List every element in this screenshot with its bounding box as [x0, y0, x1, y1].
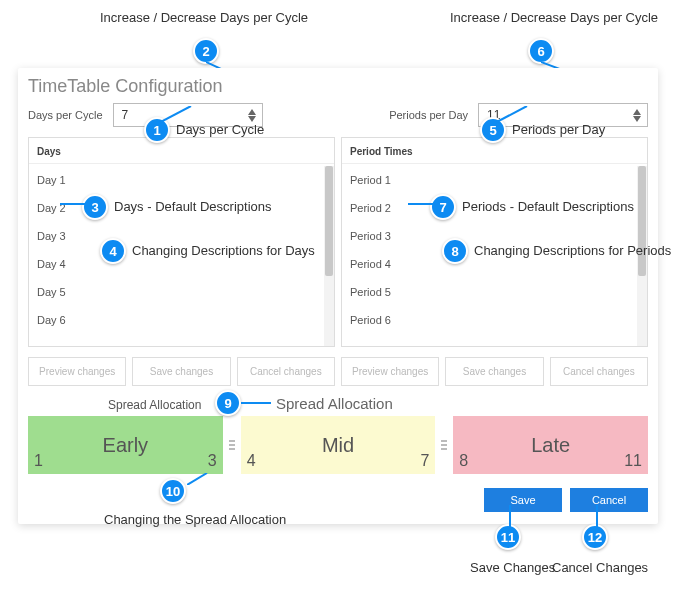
chevron-up-icon[interactable]: [633, 109, 641, 115]
annotation-bubble-11: 11: [495, 524, 521, 550]
spread-segment-late: Late 8 11: [453, 416, 648, 474]
preview-changes-button[interactable]: Preview changes: [341, 357, 439, 386]
list-item[interactable]: Period 4: [342, 250, 637, 278]
list-item[interactable]: Period 2: [342, 194, 637, 222]
segment-from: 1: [34, 452, 43, 470]
chevron-down-icon[interactable]: [633, 116, 641, 122]
spread-grip[interactable]: [441, 416, 447, 474]
segment-to: 7: [420, 452, 429, 470]
cancel-button[interactable]: Cancel: [570, 488, 648, 512]
annotation-text: Increase / Decrease Days per Cycle: [450, 10, 658, 25]
annotation-text: Cancel Changes: [552, 560, 648, 575]
periods-list: Period Times Period 1 Period 2 Period 3 …: [341, 137, 648, 347]
periods-per-day-value: 11: [487, 108, 500, 122]
days-per-cycle-label: Days per Cycle: [28, 109, 103, 121]
scrollbar[interactable]: [324, 166, 334, 346]
segment-to: 3: [208, 452, 217, 470]
segment-name: Late: [531, 434, 570, 457]
spread-segment-early: Early 1 3: [28, 416, 223, 474]
spinner-arrows[interactable]: [633, 109, 641, 122]
list-item[interactable]: Period 5: [342, 278, 637, 306]
chevron-up-icon[interactable]: [248, 109, 256, 115]
days-per-cycle-value: 7: [122, 108, 129, 122]
svg-marker-3: [248, 116, 256, 122]
days-list: Days Day 1 Day 2 Day 3 Day 4 Day 5 Day 6: [28, 137, 335, 347]
list-item[interactable]: Period 1: [342, 166, 637, 194]
segment-name: Mid: [322, 434, 354, 457]
scrollbar-thumb[interactable]: [325, 166, 333, 276]
scrollbar[interactable]: [637, 166, 647, 346]
annotation-bubble-6: 6: [528, 38, 554, 64]
list-item[interactable]: Period 6: [342, 306, 637, 334]
save-changes-button[interactable]: Save changes: [445, 357, 543, 386]
spinner-arrows[interactable]: [248, 109, 256, 122]
preview-changes-button[interactable]: Preview changes: [28, 357, 126, 386]
list-item[interactable]: Day 4: [29, 250, 324, 278]
spread-allocation-label: Spread Allocation: [108, 398, 648, 412]
list-item[interactable]: Period 3: [342, 222, 637, 250]
annotation-text: Increase / Decrease Days per Cycle: [100, 10, 308, 25]
save-changes-button[interactable]: Save changes: [132, 357, 230, 386]
list-item[interactable]: Day 6: [29, 306, 324, 334]
spread-allocation: Early 1 3 Mid 4 7 Late 8 11: [28, 416, 648, 474]
cancel-changes-button[interactable]: Cancel changes: [550, 357, 648, 386]
spread-segment-mid: Mid 4 7: [241, 416, 436, 474]
segment-to: 11: [624, 452, 642, 470]
list-item[interactable]: Day 5: [29, 278, 324, 306]
periods-header: Period Times: [342, 138, 647, 164]
svg-marker-4: [633, 109, 641, 115]
spread-grip[interactable]: [229, 416, 235, 474]
svg-marker-2: [248, 109, 256, 115]
annotation-text: Save Changes: [470, 560, 555, 575]
chevron-down-icon[interactable]: [248, 116, 256, 122]
panel-title: TimeTable Configuration: [28, 76, 648, 97]
scrollbar-thumb[interactable]: [638, 166, 646, 276]
days-header: Days: [29, 138, 334, 164]
cancel-changes-button[interactable]: Cancel changes: [237, 357, 335, 386]
segment-name: Early: [103, 434, 149, 457]
annotation-bubble-2: 2: [193, 38, 219, 64]
list-item[interactable]: Day 1: [29, 166, 324, 194]
periods-per-day-label: Periods per Day: [389, 109, 468, 121]
list-item[interactable]: Day 2: [29, 194, 324, 222]
list-item[interactable]: Day 3: [29, 222, 324, 250]
timetable-config-panel: TimeTable Configuration Days per Cycle 7…: [18, 68, 658, 524]
svg-marker-5: [633, 116, 641, 122]
annotation-bubble-12: 12: [582, 524, 608, 550]
save-button[interactable]: Save: [484, 488, 562, 512]
days-per-cycle-spinner[interactable]: 7: [113, 103, 263, 127]
segment-from: 4: [247, 452, 256, 470]
segment-from: 8: [459, 452, 468, 470]
periods-per-day-spinner[interactable]: 11: [478, 103, 648, 127]
